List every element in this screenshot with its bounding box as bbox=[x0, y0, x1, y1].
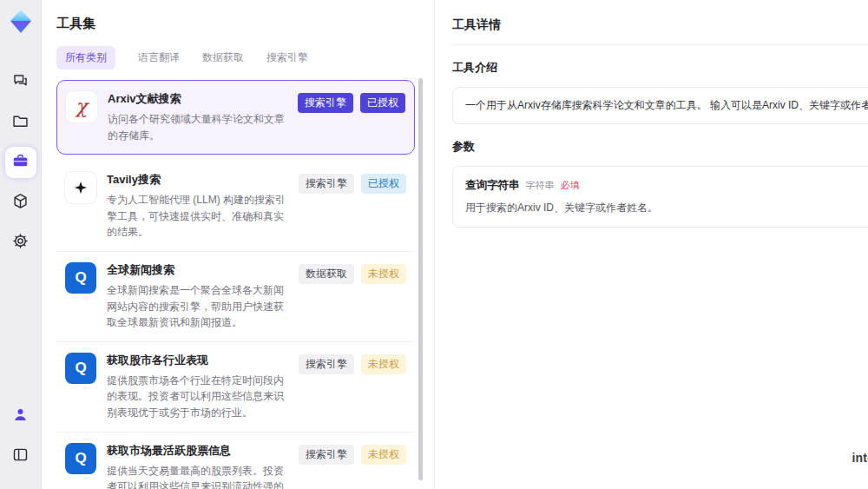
stock-sector-icon: Q bbox=[65, 353, 96, 384]
sidebar-item-files[interactable] bbox=[5, 107, 36, 138]
sidebar-item-packages[interactable] bbox=[5, 187, 36, 218]
sidebar-item-collapse[interactable] bbox=[5, 440, 36, 472]
auth-status-badge: 未授权 bbox=[361, 264, 406, 284]
auth-status-badge: 已授权 bbox=[361, 174, 406, 194]
sidebar-item-toolbox[interactable] bbox=[5, 147, 36, 178]
tool-description: 专为人工智能代理 (LLM) 构建的搜索引擎工具，可快速提供实时、准确和真实的结… bbox=[107, 192, 290, 241]
app-window: 工具集 所有类别语言翻译数据获取搜索引擎 χArxiv文献搜索访问各个研究领域大… bbox=[0, 0, 868, 489]
param-description: 用于搜索的Arxiv ID、关键字或作者姓名。 bbox=[465, 201, 868, 215]
category-tab[interactable]: 所有类别 bbox=[56, 46, 115, 69]
tool-description: 提供当天交易量最高的股票列表。投资者可以利用这些信息来识别流动性强的股票和潜在的… bbox=[107, 463, 290, 489]
tool-list-item[interactable]: Q获取股市各行业表现提供股票市场各个行业在特定时间段内的表现。投资者可以利用这些… bbox=[56, 341, 415, 432]
category-tab[interactable]: 搜索引擎 bbox=[266, 46, 308, 69]
sidebar-item-settings[interactable] bbox=[5, 227, 36, 258]
intro-section-label: 工具介绍 bbox=[452, 60, 868, 76]
profile-icon bbox=[11, 406, 30, 427]
tool-name: 获取股市各行业表现 bbox=[107, 353, 290, 368]
toolbox-icon bbox=[11, 152, 30, 174]
tool-list-item[interactable]: Q获取市场最活跃股票信息提供当天交易量最高的股票列表。投资者可以利用这些信息来识… bbox=[56, 432, 415, 489]
category-badge: 搜索引擎 bbox=[298, 93, 353, 113]
category-tab[interactable]: 语言翻译 bbox=[138, 46, 180, 69]
tool-name: Arxiv文献搜索 bbox=[108, 91, 289, 107]
param-card: 查询字符串 字符串 必填 用于搜索的Arxiv ID、关键字或作者姓名。 bbox=[452, 166, 868, 228]
category-badge: 搜索引擎 bbox=[299, 354, 354, 374]
scrollbar-thumb[interactable] bbox=[418, 78, 423, 480]
tool-detail-panel: 工具详情 工具介绍 一个用于从Arxiv存储库搜索科学论文和文章的工具。 输入可… bbox=[434, 0, 868, 489]
collapse-panel-icon bbox=[11, 446, 30, 467]
tools-panel: 工具集 所有类别语言翻译数据获取搜索引擎 χArxiv文献搜索访问各个研究领域大… bbox=[42, 0, 434, 489]
page-title: 工具集 bbox=[56, 16, 419, 32]
sidebar-item-profile[interactable] bbox=[5, 400, 36, 432]
tool-name: Tavily搜索 bbox=[107, 172, 290, 188]
tool-description: 全球新闻搜索是一个聚合全球各大新闻网站内容的搜索引擎，帮助用户快速获取全球最新资… bbox=[107, 282, 290, 331]
scrollbar bbox=[418, 78, 423, 480]
tool-list: χArxiv文献搜索访问各个研究领域大量科学论文和文章的存储库。搜索引擎已授权T… bbox=[56, 80, 415, 489]
tool-list-item[interactable]: χArxiv文献搜索访问各个研究领域大量科学论文和文章的存储库。搜索引擎已授权 bbox=[56, 80, 415, 155]
tool-description: 访问各个研究领域大量科学论文和文章的存储库。 bbox=[108, 111, 289, 143]
detail-title: 工具详情 bbox=[452, 17, 868, 45]
tool-list-item[interactable]: Q全球新闻搜索全球新闻搜索是一个聚合全球各大新闻网站内容的搜索引擎，帮助用户快速… bbox=[56, 251, 415, 341]
chat-icon bbox=[11, 72, 30, 94]
settings-icon bbox=[11, 232, 30, 254]
tool-intro-text: 一个用于从Arxiv存储库搜索科学论文和文章的工具。 输入可以是Arxiv ID… bbox=[452, 87, 868, 124]
intel-wordmark: intel bbox=[852, 451, 868, 465]
tool-name: 全球新闻搜索 bbox=[107, 262, 290, 278]
tavily-icon bbox=[65, 172, 96, 203]
category-badge: 数据获取 bbox=[299, 264, 354, 284]
auth-status-badge: 已授权 bbox=[360, 93, 405, 113]
category-tab[interactable]: 数据获取 bbox=[202, 46, 244, 69]
sidebar-item-chat[interactable] bbox=[5, 67, 36, 98]
left-rail bbox=[0, 0, 42, 489]
param-name: 查询字符串 bbox=[465, 178, 520, 193]
param-type: 字符串 bbox=[526, 179, 555, 192]
tool-list-item[interactable]: Tavily搜索专为人工智能代理 (LLM) 构建的搜索引擎工具，可快速提供实时… bbox=[56, 162, 415, 251]
tool-description: 提供股票市场各个行业在特定时间段内的表现。投资者可以利用这些信息来识别表现优于或… bbox=[107, 373, 290, 421]
package-icon bbox=[11, 192, 30, 214]
category-badge: 搜索引擎 bbox=[299, 445, 354, 465]
category-tabs: 所有类别语言翻译数据获取搜索引擎 bbox=[56, 46, 419, 69]
active-stocks-icon: Q bbox=[65, 443, 96, 474]
app-logo-icon[interactable] bbox=[7, 8, 35, 36]
global-news-icon: Q bbox=[65, 262, 96, 294]
params-section-label: 参数 bbox=[452, 139, 868, 155]
auth-status-badge: 未授权 bbox=[361, 354, 406, 374]
tool-name: 获取市场最活跃股票信息 bbox=[107, 443, 290, 459]
category-badge: 搜索引擎 bbox=[299, 174, 354, 194]
folder-icon bbox=[11, 112, 30, 134]
auth-status-badge: 未授权 bbox=[361, 445, 406, 465]
arxiv-icon: χ bbox=[66, 91, 97, 122]
param-required-badge: 必填 bbox=[561, 179, 580, 192]
intel-core-logo: intel CORE bbox=[852, 451, 868, 472]
